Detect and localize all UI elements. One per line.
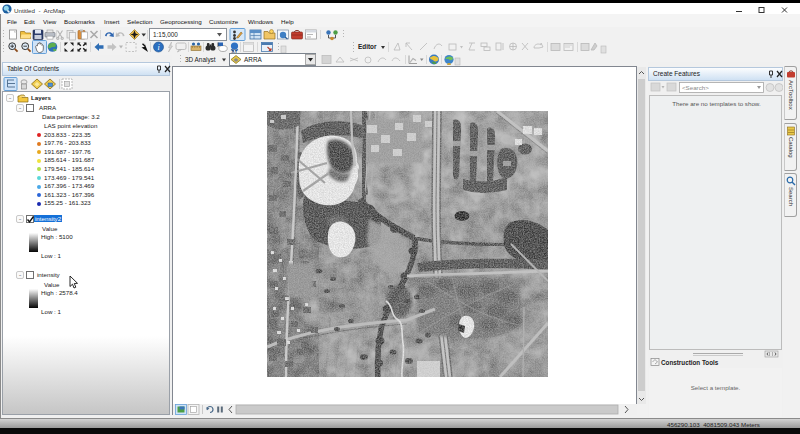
svg-text:1:15,000: 1:15,000 <box>153 31 178 38</box>
svg-text:3D Analyst: 3D Analyst <box>185 56 216 64</box>
svg-text:Construction Tools: Construction Tools <box>661 359 719 366</box>
svg-text:Editor: Editor <box>358 43 377 50</box>
svg-text:<Search>: <Search> <box>682 84 709 91</box>
svg-text:i: i <box>157 43 159 52</box>
svg-text:ARRA: ARRA <box>244 56 262 63</box>
